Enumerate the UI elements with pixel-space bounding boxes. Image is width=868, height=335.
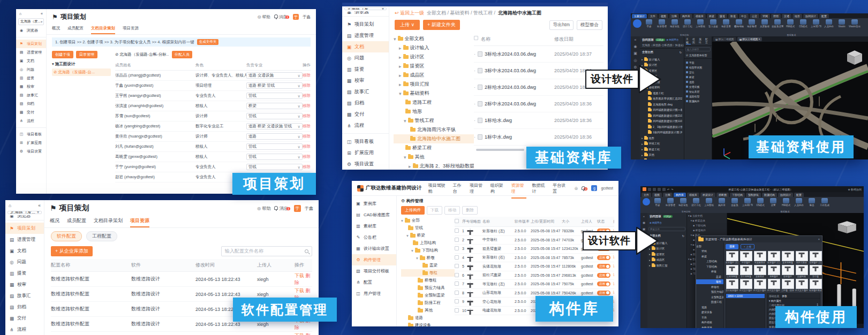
layer-item[interactable]: 绿化表层 xyxy=(684,89,712,94)
ribbon-tab[interactable]: 模板库 xyxy=(687,193,699,197)
component-thumbnail[interactable] xyxy=(470,273,471,278)
generate-folder-button[interactable]: 生成文件夹 xyxy=(197,39,219,45)
ribbon-tab[interactable]: 配置 xyxy=(794,193,804,197)
tab[interactable]: 文档目录策划 xyxy=(94,216,123,227)
download-link[interactable]: 下载 xyxy=(295,273,304,278)
major-select[interactable]: 道路 桥梁 管线∨ xyxy=(246,82,303,89)
file-row[interactable]: · 1标给水.dwg 2025/04/20 18:36 xyxy=(474,112,603,129)
component-thumbnail[interactable] xyxy=(470,246,471,251)
breadcrumb-path[interactable]: 全部文档 / 基础资料 / 管线工程 / xyxy=(427,10,495,17)
row-checkbox[interactable] xyxy=(455,273,459,277)
sidebar-item[interactable]: ⋔ 流程 xyxy=(16,117,46,125)
ribbon-button[interactable]: 栅格编辑 xyxy=(733,19,745,28)
sidebar-item[interactable]: ▧ 项目交付模板 xyxy=(352,265,396,277)
sidebar-item[interactable]: ▥ 提资 xyxy=(5,268,44,279)
tree-item[interactable]: 预应力锚具 xyxy=(401,284,455,292)
component-card[interactable]: 花瓶墩柱 xyxy=(767,265,780,278)
tree-item[interactable]: 防撞工程 xyxy=(696,300,723,305)
sidebar-item-browser[interactable]: ◉ 浏览器 xyxy=(5,215,44,218)
ribbon-button[interactable]: 上传图纸 xyxy=(695,19,706,28)
component-card[interactable]: 空心墩 xyxy=(809,265,822,278)
ribbon-tab[interactable]: 隧道 xyxy=(718,14,727,18)
sidebar-item[interactable]: ◎ 问题 xyxy=(5,256,44,268)
ribbon-button[interactable]: HW模式 xyxy=(780,198,792,207)
row-checkbox[interactable] xyxy=(455,299,459,303)
add-from-library-button[interactable]: + 从企业库添加 xyxy=(51,246,93,256)
tree-item[interactable]: ▸ 现状条件 xyxy=(641,158,682,159)
tree-item[interactable]: 道路 xyxy=(401,314,455,322)
sync-icon[interactable]: ◉ xyxy=(633,44,637,49)
file-row[interactable]: · 2标中水2024.03.06.dwg 2025/04/20 18:36 xyxy=(474,96,603,112)
tree-item[interactable]: ▸ 地形 xyxy=(641,135,682,141)
assign-people-button[interactable]: 分配人员 xyxy=(172,51,192,58)
tree-item[interactable]: 预应力锚具 xyxy=(696,290,723,295)
tree-chevron-icon[interactable]: ▾ xyxy=(416,256,418,261)
sidebar-item[interactable]: ▦ 设计输出设置 xyxy=(352,243,396,254)
detail-link[interactable]: 详情 xyxy=(613,282,614,286)
model-tree-item[interactable]: ■ 桥墩构件 xyxy=(688,229,726,233)
back-link[interactable]: ↩ 返回上一级 xyxy=(395,10,424,17)
sync-icon[interactable]: ◉ xyxy=(643,220,645,224)
new-folder-button[interactable]: + 新建文件夹 xyxy=(423,20,460,30)
component-thumbnail[interactable] xyxy=(470,281,471,286)
sidebar-item[interactable]: ▨ 归档 xyxy=(342,97,389,109)
messages-link[interactable]: 消息3 xyxy=(274,205,290,211)
row-checkbox[interactable] xyxy=(455,255,459,260)
ribbon-button[interactable]: 导入坐标 xyxy=(707,19,719,28)
component-thumbnail[interactable] xyxy=(470,299,471,304)
sidebar-item[interactable]: ▤ CAD标准图库 xyxy=(352,209,396,220)
sidebar-item[interactable]: ⚑ 项目策划 xyxy=(5,223,44,234)
detail-link[interactable]: 详情 xyxy=(613,255,614,259)
component-name[interactable]: 实体花瓶墩 xyxy=(482,264,515,269)
tree-root[interactable]: ▾ 施工图设计 xyxy=(52,62,111,67)
component-name[interactable]: 矩形墩柱 (左) xyxy=(482,229,515,234)
tree-item[interactable]: 全部 xyxy=(696,243,723,249)
component-card[interactable]: 柱式交叉墩柱2 xyxy=(753,279,766,292)
component-card[interactable]: 空心花瓶墩 xyxy=(739,265,752,278)
collapse-icon[interactable]: « xyxy=(643,215,645,218)
toolbar-icon[interactable] xyxy=(662,188,666,191)
tree-item[interactable]: ▾ 桥梁 xyxy=(401,232,455,239)
tree-item[interactable]: ▸ 北海路 2、3标段地勘数据 xyxy=(394,162,474,170)
tree-chevron-icon[interactable]: ▾ xyxy=(404,155,406,160)
sidebar-item[interactable]: ▦ 校审 xyxy=(342,75,389,86)
download-link[interactable]: 下载 xyxy=(295,288,304,293)
sidebar-item[interactable]: ▣ 文档 xyxy=(16,57,46,65)
nav-item[interactable]: 平台设置 xyxy=(553,182,568,194)
delete-button[interactable]: 删除 xyxy=(462,206,478,215)
component-card[interactable]: 圆形墩柱 xyxy=(781,265,794,278)
ribbon-tab[interactable]: 下部结构 xyxy=(730,193,745,197)
help-link[interactable]: ◎ xyxy=(575,186,578,191)
pill[interactable]: 软件配置 xyxy=(51,231,82,241)
layer-item[interactable]: 道路 xyxy=(684,79,712,84)
sidebar-item[interactable]: ⋔ 配置 xyxy=(352,277,396,288)
tree-chevron-icon[interactable]: ▾ xyxy=(401,218,403,223)
enable-toggle[interactable]: 启用 xyxy=(597,281,610,286)
undo-icon[interactable]: ↶ xyxy=(667,188,669,191)
enable-toggle[interactable]: 启用 xyxy=(597,273,610,278)
sidebar-item[interactable]: ▣ 文档 xyxy=(342,41,389,52)
tree-chevron-icon[interactable]: ▸ xyxy=(399,82,402,87)
home-icon[interactable]: ⌂ xyxy=(9,203,11,208)
ribbon-button[interactable]: 工作集成 xyxy=(819,198,831,207)
select-all-checkbox[interactable] xyxy=(455,219,459,223)
remove-link[interactable]: 移除 xyxy=(303,73,311,78)
sidebar-item[interactable]: ✎ 公告栏 xyxy=(352,232,396,243)
model-root-item[interactable]: ☑ 北海路整体模型 xyxy=(684,52,712,57)
ribbon-tab[interactable]: 横断面 xyxy=(716,193,729,197)
ribbon-tab[interactable]: 协同设计 xyxy=(803,14,818,18)
help-link[interactable]: ◎ 帮助 xyxy=(258,14,270,20)
ribbon-button[interactable]: 上传3D Til xyxy=(742,198,753,207)
layer-item[interactable]: 模型带状图 xyxy=(684,65,712,70)
select-all-checkbox[interactable] xyxy=(474,36,478,40)
ribbon-tab[interactable]: 构件库 xyxy=(680,14,692,18)
tree-chevron-icon[interactable]: ▸ xyxy=(399,73,402,78)
tree-item[interactable]: ▸ 设计输入 xyxy=(394,43,474,52)
size-item-selected[interactable]: 1800 × 2200 xyxy=(726,294,765,298)
detail-link[interactable]: 详情 xyxy=(613,291,614,294)
remove-link[interactable]: 移除 xyxy=(303,113,311,119)
tree-item[interactable]: 北海路给中水施工图 xyxy=(394,134,474,143)
tree-item[interactable]: 四环辅路新建设计图110文件1：K0+8... xyxy=(641,119,682,125)
tree-item[interactable]: 桥墩柱 xyxy=(401,277,455,284)
ribbon-button[interactable]: 地形采集 xyxy=(669,19,681,28)
